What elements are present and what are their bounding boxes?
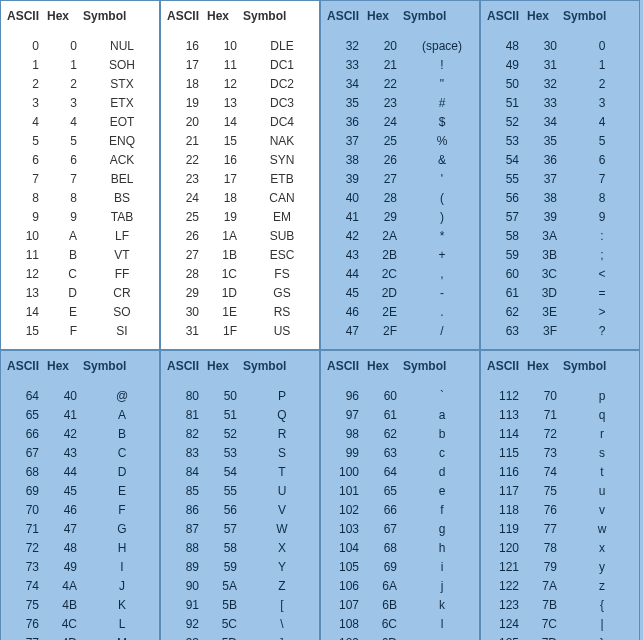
table-row: 11472r	[487, 425, 633, 444]
hex-code: 9	[49, 208, 91, 227]
symbol-value: D	[91, 463, 153, 482]
ascii-code: 96	[327, 387, 369, 406]
ascii-code: 21	[167, 132, 209, 151]
ascii-code: 87	[167, 520, 209, 539]
symbol-value: ,	[411, 265, 473, 284]
symbol-value: u	[571, 482, 633, 501]
table-row: 1711DC1	[167, 56, 313, 75]
table-row: 11977w	[487, 520, 633, 539]
ascii-code: 48	[487, 37, 529, 56]
symbol-value: J	[91, 577, 153, 596]
ascii-code: 30	[167, 303, 209, 322]
table-row: 915B[	[167, 596, 313, 615]
ascii-code: 81	[167, 406, 209, 425]
ascii-panel-1: ASCIIHexSymbol1610DLE1711DC11812DC21913D…	[160, 0, 320, 350]
table-row: 6541A	[7, 406, 153, 425]
hex-code: 26	[369, 151, 411, 170]
hex-code: 2D	[369, 284, 411, 303]
hex-code: C	[49, 265, 91, 284]
symbol-value: a	[411, 406, 473, 425]
header-ascii: ASCII	[327, 9, 367, 23]
hex-code: 77	[529, 520, 571, 539]
ascii-code: 106	[327, 577, 369, 596]
symbol-value: v	[571, 501, 633, 520]
symbol-value: FS	[251, 265, 313, 284]
ascii-code: 120	[487, 539, 529, 558]
hex-code: 64	[369, 463, 411, 482]
table-row: 2317ETB	[167, 170, 313, 189]
table-row: 56388	[487, 189, 633, 208]
symbol-value: i	[411, 558, 473, 577]
ascii-code: 91	[167, 596, 209, 615]
symbol-value: x	[571, 539, 633, 558]
table-row: 3220(space)	[327, 37, 473, 56]
symbol-value: ]	[251, 634, 313, 640]
hex-code: 1C	[209, 265, 251, 284]
symbol-value: M	[91, 634, 153, 640]
symbol-value: US	[251, 322, 313, 341]
symbol-value: b	[411, 425, 473, 444]
ascii-code: 61	[487, 284, 529, 303]
symbol-value: $	[411, 113, 473, 132]
ascii-code: 82	[167, 425, 209, 444]
header-hex: Hex	[207, 359, 243, 373]
hex-code: 71	[529, 406, 571, 425]
header-hex: Hex	[47, 9, 83, 23]
hex-code: 1E	[209, 303, 251, 322]
symbol-value: C	[91, 444, 153, 463]
ascii-code: 40	[327, 189, 369, 208]
ascii-code: 44	[327, 265, 369, 284]
ascii-code: 54	[487, 151, 529, 170]
hex-code: 2	[49, 75, 91, 94]
hex-code: 57	[209, 520, 251, 539]
table-row: 1066Aj	[327, 577, 473, 596]
hex-code: 7D	[529, 634, 571, 640]
table-row: 291DGS	[167, 284, 313, 303]
ascii-code: 50	[487, 75, 529, 94]
table-row: 88BS	[7, 189, 153, 208]
ascii-code: 34	[327, 75, 369, 94]
table-row: 12078x	[487, 539, 633, 558]
header-ascii: ASCII	[7, 9, 47, 23]
symbol-value: q	[571, 406, 633, 425]
table-row: 6440@	[7, 387, 153, 406]
ascii-code: 125	[487, 634, 529, 640]
hex-code: 12	[209, 75, 251, 94]
ascii-code: 93	[167, 634, 209, 640]
ascii-panel-0: ASCIIHexSymbol00NUL11SOH22STX33ETX44EOT5…	[0, 0, 160, 350]
header-symbol: Symbol	[563, 9, 623, 23]
hex-code: 67	[369, 520, 411, 539]
symbol-value: X	[251, 539, 313, 558]
table-row: 12CFF	[7, 265, 153, 284]
ascii-code: 22	[167, 151, 209, 170]
symbol-value: W	[251, 520, 313, 539]
symbol-value: -	[411, 284, 473, 303]
hex-code: 4D	[49, 634, 91, 640]
ascii-code: 101	[327, 482, 369, 501]
header-hex: Hex	[367, 359, 403, 373]
ascii-code: 89	[167, 558, 209, 577]
ascii-code: 66	[7, 425, 49, 444]
symbol-value: BEL	[91, 170, 153, 189]
table-row: 53355	[487, 132, 633, 151]
hex-code: 7B	[529, 596, 571, 615]
symbol-value: STX	[91, 75, 153, 94]
table-header: ASCIIHexSymbol	[167, 359, 313, 373]
hex-code: 40	[49, 387, 91, 406]
ascii-code: 108	[327, 615, 369, 634]
ascii-code: 65	[7, 406, 49, 425]
table-row: 9660`	[327, 387, 473, 406]
header-symbol: Symbol	[403, 9, 463, 23]
symbol-value: @	[91, 387, 153, 406]
ascii-code: 53	[487, 132, 529, 151]
hex-code: 0	[49, 37, 91, 56]
table-row: 593B;	[487, 246, 633, 265]
table-row: 281CFS	[167, 265, 313, 284]
symbol-value: G	[91, 520, 153, 539]
table-row: 10569i	[327, 558, 473, 577]
ascii-code: 119	[487, 520, 529, 539]
hex-code: 10	[209, 37, 251, 56]
symbol-value: LF	[91, 227, 153, 246]
hex-code: 1D	[209, 284, 251, 303]
ascii-code: 80	[167, 387, 209, 406]
